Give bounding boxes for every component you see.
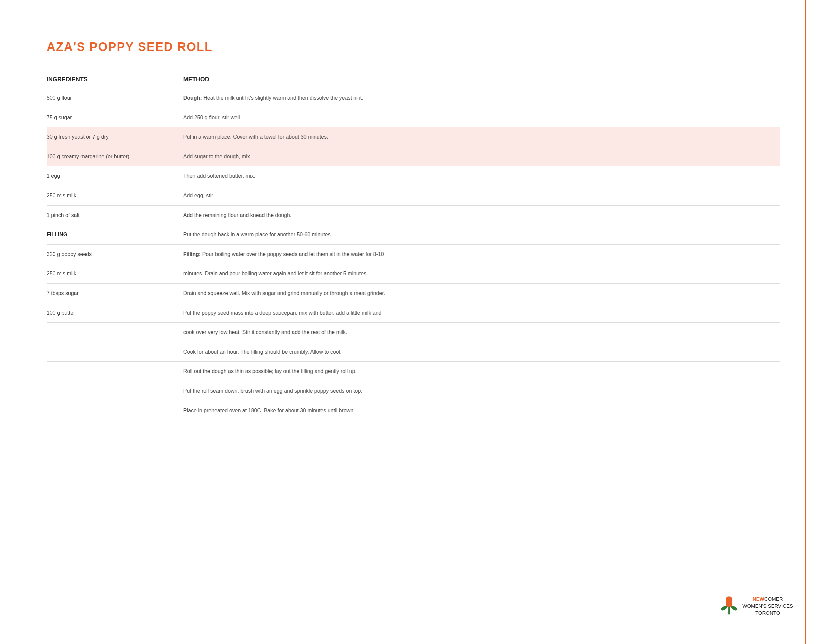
ingredient-cell: 1 egg: [47, 166, 173, 186]
ingredient-cell: [47, 362, 173, 382]
method-cell: Put in a warm place. Cover with a towel …: [173, 127, 780, 147]
table-row: 250 mls milkminutes. Drain and pour boil…: [47, 264, 780, 284]
table-row: 1 eggThen add softened butter, mix.: [47, 166, 780, 186]
logo-line2: WOMEN'S SERVICES: [742, 603, 793, 609]
method-cell: Place in preheated oven at 180C. Bake fo…: [173, 401, 780, 420]
newcomer-logo-icon: [719, 594, 739, 617]
table-row: 320 g poppy seedsFilling: Pour boiling w…: [47, 244, 780, 264]
table-row: 7 tbsps sugarDrain and squeeze well. Mix…: [47, 283, 780, 303]
method-cell: cook over very low heat. Stir it constan…: [173, 323, 780, 342]
ingredient-cell: 100 g butter: [47, 303, 173, 323]
table-row: Roll out the dough as thin as possible; …: [47, 362, 780, 382]
method-cell: Add sugar to the dough, mix.: [173, 147, 780, 166]
method-cell: Add 250 g flour, stir well.: [173, 108, 780, 127]
recipe-title: AZA'S POPPY SEED ROLL: [47, 40, 780, 54]
ingredient-cell: [47, 342, 173, 362]
ingredient-cell: 500 g flour: [47, 88, 173, 108]
method-cell: Put the poppy seed mass into a deep sauc…: [173, 303, 780, 323]
ingredient-cell: FILLING: [47, 225, 173, 245]
method-cell: minutes. Drain and pour boiling water ag…: [173, 264, 780, 284]
ingredient-cell: [47, 323, 173, 342]
table-row: cook over very low heat. Stir it constan…: [47, 323, 780, 342]
ingredient-cell: 100 g creamy margarine (or butter): [47, 147, 173, 166]
ingredient-cell: 75 g sugar: [47, 108, 173, 127]
ingredient-cell: 1 pinch of salt: [47, 205, 173, 225]
logo-new: NEW: [753, 596, 764, 602]
table-row: 100 g butterPut the poppy seed mass into…: [47, 303, 780, 323]
svg-point-2: [727, 596, 732, 606]
method-cell: Dough: Heat the milk until it's slightly…: [173, 88, 780, 108]
ingredient-cell: [47, 401, 173, 420]
table-row: 250 mls milkAdd egg, stir.: [47, 186, 780, 205]
method-cell: Drain and squeeze well. Mix with sugar a…: [173, 283, 780, 303]
table-row: FILLINGPut the dough back in a warm plac…: [47, 225, 780, 245]
ingredient-cell: 320 g poppy seeds: [47, 244, 173, 264]
right-border-decoration: [805, 0, 806, 644]
method-cell: Filling: Pour boiling water over the pop…: [173, 244, 780, 264]
table-row: Place in preheated oven at 180C. Bake fo…: [47, 401, 780, 420]
logo-comer: COMER: [764, 596, 783, 602]
table-row: Put the roll seam down, brush with an eg…: [47, 381, 780, 401]
table-row: 1 pinch of saltAdd the remaining flour a…: [47, 205, 780, 225]
logo-area: NEWCOMER WOMEN'S SERVICES TORONTO: [719, 594, 793, 617]
table-row: 30 g fresh yeast or 7 g dryPut in a warm…: [47, 127, 780, 147]
method-cell: Cook for about an hour. The filling shou…: [173, 342, 780, 362]
table-row: 500 g flourDough: Heat the milk until it…: [47, 88, 780, 108]
method-cell: Add the remaining flour and knead the do…: [173, 205, 780, 225]
method-cell: Put the dough back in a warm place for a…: [173, 225, 780, 245]
ingredient-cell: 7 tbsps sugar: [47, 283, 173, 303]
method-cell: Then add softened butter, mix.: [173, 166, 780, 186]
svg-rect-5: [728, 607, 730, 615]
ingredients-header: INGREDIENTS: [47, 71, 173, 88]
recipe-table: INGREDIENTS METHOD 500 g flourDough: Hea…: [47, 71, 780, 420]
table-row: 75 g sugarAdd 250 g flour, stir well.: [47, 108, 780, 127]
method-cell: Add egg, stir.: [173, 186, 780, 205]
logo-text: NEWCOMER WOMEN'S SERVICES TORONTO: [742, 595, 793, 616]
ingredient-cell: 250 mls milk: [47, 264, 173, 284]
ingredient-cell: 30 g fresh yeast or 7 g dry: [47, 127, 173, 147]
table-row: 100 g creamy margarine (or butter)Add su…: [47, 147, 780, 166]
method-header: METHOD: [173, 71, 780, 88]
table-row: Cook for about an hour. The filling shou…: [47, 342, 780, 362]
ingredient-cell: [47, 381, 173, 401]
ingredient-cell: 250 mls milk: [47, 186, 173, 205]
method-cell: Roll out the dough as thin as possible; …: [173, 362, 780, 382]
page: AZA'S POPPY SEED ROLL INGREDIENTS METHOD…: [0, 0, 833, 644]
method-cell: Put the roll seam down, brush with an eg…: [173, 381, 780, 401]
logo-line3: TORONTO: [755, 610, 780, 616]
